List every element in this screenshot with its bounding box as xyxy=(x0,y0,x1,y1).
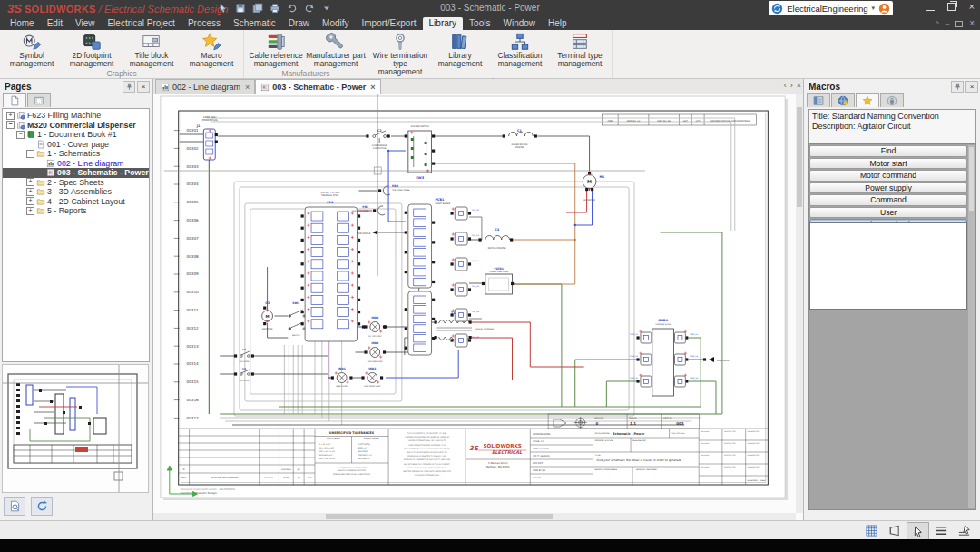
ribbon-button[interactable]: Manufacturer part management xyxy=(306,31,366,68)
tree-item[interactable]: + 2 - Spec Sheets xyxy=(3,178,109,188)
saveall-icon[interactable] xyxy=(252,3,263,14)
doc-collapse-button[interactable]: ^ xyxy=(936,17,939,30)
ribbon-button[interactable]: Classification management xyxy=(490,31,550,76)
caret-icon[interactable] xyxy=(321,3,332,14)
tree-item[interactable]: − 1 - Document Book #1 xyxy=(3,130,122,140)
tree-expander[interactable]: + xyxy=(26,178,34,186)
preview-zoom-button[interactable] xyxy=(4,497,25,516)
menu-item[interactable]: Schematic xyxy=(227,17,282,30)
menu-item[interactable]: Home xyxy=(4,17,41,30)
perspective-toggle-button[interactable] xyxy=(884,522,905,538)
minimize-button[interactable] xyxy=(926,4,935,11)
macro-group-button[interactable]: Command xyxy=(809,194,967,206)
print-icon[interactable] xyxy=(270,3,280,14)
ribbon-button[interactable]: Library management xyxy=(430,31,490,76)
document-tab[interactable]: 002 - Line diagram × xyxy=(155,79,255,94)
page-preview-thumbnail[interactable] xyxy=(2,364,149,493)
horizontal-scrollbar[interactable] xyxy=(153,513,796,520)
schematic-canvas[interactable]: 0030100302003030030400305003060030700308… xyxy=(153,94,796,513)
ribbon-button[interactable]: Macro management xyxy=(181,31,241,68)
star-icon[interactable] xyxy=(856,93,879,107)
tab-scroll-left-icon[interactable]: ‹ xyxy=(784,81,787,90)
menu-item[interactable]: Window xyxy=(496,17,542,30)
macro-group-button[interactable]: Find xyxy=(809,145,967,157)
restore-button[interactable] xyxy=(947,3,956,11)
macro-items-list[interactable] xyxy=(809,222,967,310)
tree-expander[interactable]: − xyxy=(6,121,15,129)
close-icon[interactable]: × xyxy=(137,81,150,93)
preview-refresh-button[interactable] xyxy=(31,497,53,516)
tree-item[interactable]: − M320 Commercial Dispenser xyxy=(3,121,141,131)
ribbon-button[interactable]: Cable reference management xyxy=(246,31,306,68)
redo-icon[interactable] xyxy=(304,3,315,14)
macro-group-button[interactable]: Motor command xyxy=(809,170,967,182)
ribbon-button[interactable]: 2D footprint management xyxy=(62,31,122,68)
tree-item[interactable]: − 1 - Schematics xyxy=(3,149,104,159)
tree-expander[interactable]: − xyxy=(26,150,34,158)
tree-expander[interactable]: + xyxy=(6,112,15,120)
tree-expander[interactable]: + xyxy=(26,207,34,215)
pointer-icon[interactable] xyxy=(218,3,229,14)
tree-item[interactable]: 003 - Schematic - Power xyxy=(3,168,150,178)
close-icon[interactable]: × xyxy=(965,81,978,93)
list-icon[interactable] xyxy=(807,93,830,107)
menu-item[interactable]: Electrical Project xyxy=(101,17,181,30)
menu-item[interactable]: Modify xyxy=(316,17,355,30)
tree-expander[interactable]: + xyxy=(26,197,34,205)
menu-item[interactable]: Help xyxy=(542,17,573,30)
grid-toggle-button[interactable] xyxy=(861,522,882,538)
avatar[interactable] xyxy=(878,3,890,15)
tab-scroll-right-icon[interactable]: › xyxy=(790,81,793,90)
svg-text:SHT: SHT xyxy=(683,120,688,123)
svg-text:C3: C3 xyxy=(242,367,246,370)
save-icon[interactable] xyxy=(235,3,246,14)
doc-close-button[interactable]: × xyxy=(969,17,975,30)
undo-icon[interactable] xyxy=(287,3,298,14)
tree-item[interactable]: + 4 - 2D Cabinet Layout xyxy=(3,197,130,207)
page-tab-icon[interactable] xyxy=(3,93,26,107)
globe-icon[interactable] xyxy=(831,93,855,107)
vertical-scrollbar[interactable] xyxy=(796,94,803,513)
tree-item[interactable]: 001 - Cover page xyxy=(3,140,113,150)
macro-group-button[interactable]: Motor start xyxy=(809,158,967,170)
chevron-down-icon[interactable]: ▾ xyxy=(871,5,875,12)
menu-item[interactable]: Import/Export xyxy=(356,17,423,30)
doc-restore-button[interactable] xyxy=(956,21,963,27)
ribbon-button[interactable]: Terminal type management xyxy=(550,31,610,76)
tree-item[interactable]: 002 - Line diagram xyxy=(3,159,128,169)
tree-item[interactable]: + 3 - 3D Assemblies xyxy=(3,187,116,197)
pin-icon[interactable] xyxy=(951,81,964,93)
ribbon-button[interactable]: Wire termination type management xyxy=(370,31,430,76)
doc-minimize-button[interactable]: – xyxy=(946,17,949,30)
macro-group-button[interactable]: User xyxy=(809,207,967,219)
pin-icon[interactable] xyxy=(122,81,135,93)
lock-icon[interactable] xyxy=(880,93,904,107)
close-button[interactable]: × xyxy=(969,2,975,12)
menu-item[interactable]: Tools xyxy=(463,17,496,30)
svg-text:AGITATOR: AGITATOR xyxy=(240,360,250,363)
menu-item[interactable]: Library xyxy=(423,17,464,30)
tab-close-icon[interactable]: × xyxy=(370,83,375,92)
selection-mode-button[interactable] xyxy=(906,522,929,540)
wire-style-button[interactable] xyxy=(931,522,952,538)
ribbon-button[interactable]: Symbol management xyxy=(2,31,62,68)
draw-mode-button[interactable] xyxy=(954,522,975,538)
windows-taskbar[interactable] xyxy=(0,539,980,552)
macro-well-scrollbar[interactable] xyxy=(968,145,975,508)
menu-item[interactable]: Edit xyxy=(41,17,69,30)
tab-close-icon[interactable]: × xyxy=(245,83,250,92)
ribbon-button[interactable]: Title block management xyxy=(122,31,181,68)
tree-expander[interactable]: + xyxy=(26,188,34,196)
menu-item[interactable]: Draw xyxy=(282,17,316,30)
tree-item[interactable]: + F623 Filling Machine xyxy=(3,111,105,121)
menu-item[interactable]: View xyxy=(69,17,102,30)
frame-tab-icon[interactable] xyxy=(27,93,51,107)
account-chip[interactable]: ElectricalEngineering ▾ xyxy=(769,1,893,15)
tab-list-close-icon[interactable]: × xyxy=(797,81,801,90)
tree-expander[interactable]: − xyxy=(16,131,24,139)
menu-item[interactable]: Process xyxy=(181,17,227,30)
tree-item[interactable]: + 5 - Reports xyxy=(3,206,92,216)
svg-text:00303: 00303 xyxy=(187,164,200,169)
macro-group-button[interactable]: Power supply xyxy=(809,182,967,194)
document-tab[interactable]: 003 - Schematic - Power × xyxy=(255,79,380,94)
